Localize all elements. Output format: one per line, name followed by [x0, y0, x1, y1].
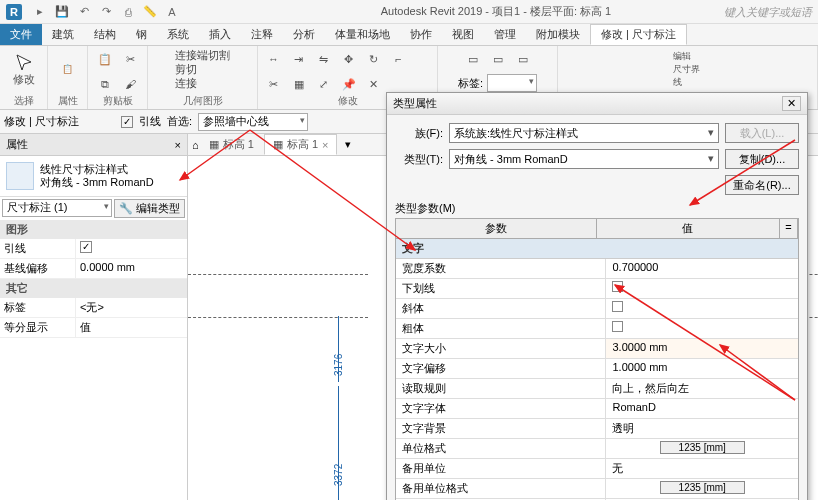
close-icon[interactable]: ×	[322, 139, 328, 151]
move-icon[interactable]: ✥	[338, 48, 360, 70]
print-icon[interactable]: ⎙	[120, 4, 136, 20]
label-combo[interactable]	[487, 74, 537, 92]
baseline-offset-value[interactable]: 0.0000 mm	[75, 259, 187, 278]
param-value[interactable]: 0.700000	[606, 259, 798, 278]
tab-view[interactable]: 视图	[442, 24, 484, 45]
param-row: 文字偏移1.0000 mm	[396, 359, 798, 379]
param-value[interactable]: RomanD	[606, 399, 798, 418]
param-category[interactable]: 文字	[396, 239, 798, 259]
cope-label[interactable]: 连接端切割	[175, 48, 230, 62]
cut-icon[interactable]: ✂	[119, 48, 141, 70]
open-icon[interactable]: ▸	[32, 4, 48, 20]
family-combo[interactable]: 系统族:线性尺寸标注样式	[449, 123, 719, 143]
scale-icon[interactable]: ⤢	[313, 73, 335, 95]
trim-icon[interactable]: ⌐	[388, 48, 410, 70]
tab-collab[interactable]: 协作	[400, 24, 442, 45]
tab-steel[interactable]: 钢	[126, 24, 157, 45]
equality-prop-value[interactable]: 值	[75, 318, 187, 337]
join-label[interactable]: 连接	[175, 76, 230, 90]
rotate-icon[interactable]: ↻	[363, 48, 385, 70]
tab-file[interactable]: 文件	[0, 24, 42, 45]
format-button[interactable]: 1235 [mm]	[660, 481, 745, 494]
paste-icon[interactable]: 📋	[94, 48, 116, 70]
checkbox[interactable]	[612, 281, 623, 292]
text-icon[interactable]: A	[164, 4, 180, 20]
param-value[interactable]	[606, 319, 798, 338]
undo-icon[interactable]: ↶	[76, 4, 92, 20]
home-icon[interactable]: ⌂	[192, 139, 199, 151]
tab-annotate[interactable]: 注释	[241, 24, 283, 45]
tab-analyze[interactable]: 分析	[283, 24, 325, 45]
ribbon-tabs: 文件 建筑 结构 钢 系统 插入 注释 分析 体量和场地 协作 视图 管理 附加…	[0, 24, 818, 46]
group-icon[interactable]: ▭	[462, 48, 484, 70]
cut-label[interactable]: 剪切	[175, 62, 230, 76]
format-button[interactable]: 1235 [mm]	[660, 441, 745, 454]
modify-button[interactable]: 修改	[8, 48, 40, 90]
param-value[interactable]: 无	[606, 459, 798, 478]
checkbox[interactable]	[612, 321, 623, 332]
view-tab[interactable]: ▦ 标高 1 ×	[264, 134, 338, 155]
param-value[interactable]: 1235 [mm]	[606, 479, 798, 498]
split-icon[interactable]: ✂	[263, 73, 285, 95]
prefer-combo[interactable]: 参照墙中心线	[198, 113, 308, 131]
type-selector[interactable]: 线性尺寸标注样式 对角线 - 3mm RomanD	[0, 156, 187, 197]
tab-arch[interactable]: 建筑	[42, 24, 84, 45]
param-row: 下划线	[396, 279, 798, 299]
properties-palette: 属性 × 线性尺寸标注样式 对角线 - 3mm RomanD 尺寸标注 (1) …	[0, 134, 188, 500]
dim-text[interactable]: 3372	[333, 464, 344, 486]
redo-icon[interactable]: ↷	[98, 4, 114, 20]
type-combo[interactable]: 对角线 - 3mm RomanD	[449, 149, 719, 169]
match-icon[interactable]: 🖌	[119, 73, 141, 95]
save-icon[interactable]: 💾	[54, 4, 70, 20]
close-icon[interactable]: ×	[175, 139, 181, 151]
dim-text[interactable]: 3176	[333, 354, 344, 376]
delete-icon[interactable]: ✕	[363, 73, 385, 95]
tab-modify-dim[interactable]: 修改 | 尺寸标注	[590, 24, 687, 45]
param-name: 斜体	[396, 299, 606, 318]
rename-button[interactable]: 重命名(R)...	[725, 175, 799, 195]
duplicate-button[interactable]: 复制(D)...	[725, 149, 799, 169]
properties-button[interactable]: 📋	[52, 48, 84, 90]
tab-massing[interactable]: 体量和场地	[325, 24, 400, 45]
align-icon[interactable]: ↔	[263, 48, 285, 70]
group3-icon[interactable]: ▭	[512, 48, 534, 70]
offset-icon[interactable]: ⇥	[288, 48, 310, 70]
type-properties-dialog: 类型属性 ✕ 族(F): 系统族:线性尺寸标注样式 载入(L)... 类型(T)…	[386, 92, 808, 500]
leader-checkbox[interactable]	[121, 116, 133, 128]
param-value[interactable]	[606, 299, 798, 318]
edit-witness-button[interactable]: 编辑 尺寸界线	[672, 48, 704, 90]
param-name: 文字背景	[396, 419, 606, 438]
dialog-title: 类型属性	[393, 96, 437, 111]
plan-icon: ▦	[273, 138, 283, 151]
tab-insert[interactable]: 插入	[199, 24, 241, 45]
label-prop-value[interactable]: <无>	[75, 298, 187, 317]
group2-icon[interactable]: ▭	[487, 48, 509, 70]
measure-icon[interactable]: 📏	[142, 4, 158, 20]
search-hint[interactable]: 键入关键字或短语	[724, 5, 812, 20]
param-value[interactable]: 3.0000 mm	[606, 339, 798, 358]
checkbox[interactable]	[612, 301, 623, 312]
pin-icon[interactable]: 📌	[338, 73, 360, 95]
tab-struct[interactable]: 结构	[84, 24, 126, 45]
mirror-icon[interactable]: ⇋	[313, 48, 335, 70]
dialog-titlebar[interactable]: 类型属性 ✕	[387, 93, 807, 115]
dropdown-icon[interactable]: ▾	[345, 138, 351, 151]
edit-type-button[interactable]: 🔧 编辑类型	[114, 199, 185, 218]
tab-manage[interactable]: 管理	[484, 24, 526, 45]
param-value[interactable]: 1235 [mm]	[606, 439, 798, 458]
tab-systems[interactable]: 系统	[157, 24, 199, 45]
context-label: 修改 | 尺寸标注	[4, 114, 79, 129]
param-value[interactable]	[606, 279, 798, 298]
view-tab[interactable]: ▦ 标高 1	[201, 135, 262, 154]
param-value[interactable]: 透明	[606, 419, 798, 438]
leader-prop-check[interactable]	[80, 241, 92, 253]
close-icon[interactable]: ✕	[782, 96, 801, 111]
tab-addins[interactable]: 附加模块	[526, 24, 590, 45]
param-value[interactable]: 1.0000 mm	[606, 359, 798, 378]
copy-icon[interactable]: ⧉	[94, 73, 116, 95]
array-icon[interactable]: ▦	[288, 73, 310, 95]
param-name: 文字字体	[396, 399, 606, 418]
param-row: 读取规则向上，然后向左	[396, 379, 798, 399]
param-value[interactable]: 向上，然后向左	[606, 379, 798, 398]
filter-combo[interactable]: 尺寸标注 (1)	[2, 199, 112, 217]
